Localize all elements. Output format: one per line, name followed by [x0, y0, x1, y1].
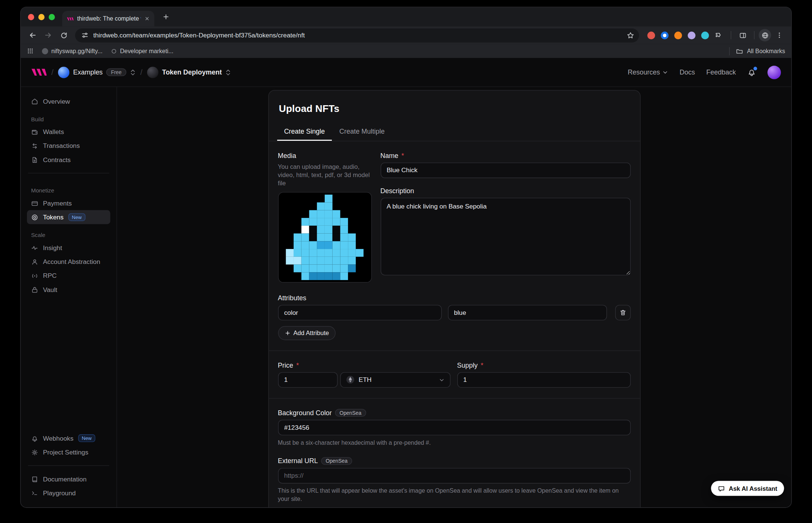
- plan-badge: Free: [106, 69, 126, 76]
- external-url-label: External URL OpenSea: [278, 457, 631, 465]
- sidebar-item-vault[interactable]: Vault: [27, 283, 110, 297]
- sidebar-item-contracts[interactable]: Contracts: [27, 153, 110, 167]
- sidebar-item-transactions[interactable]: Transactions: [27, 139, 110, 153]
- attribute-value-field[interactable]: [448, 305, 606, 320]
- add-attribute-label: Add Attribute: [293, 329, 329, 336]
- resources-menu[interactable]: Resources: [628, 69, 668, 76]
- media-help-text: You can upload image, audio, video, html…: [278, 162, 372, 188]
- new-tab-button[interactable]: [159, 10, 172, 24]
- side-panel-icon[interactable]: [735, 28, 750, 43]
- delete-attribute-button[interactable]: [615, 305, 630, 320]
- address-bar[interactable]: thirdweb.com/team/examples/Token-Deploym…: [75, 28, 639, 42]
- team-switcher[interactable]: Examples Free: [58, 67, 136, 78]
- project-switcher[interactable]: Token Deployment: [147, 67, 231, 78]
- new-badge: New: [78, 434, 96, 442]
- nav-right: Resources Docs Feedback: [628, 66, 781, 79]
- attributes-block: Attributes Add: [278, 294, 631, 340]
- price-field[interactable]: [278, 372, 337, 387]
- ask-ai-assistant-button[interactable]: Ask AI Assistant: [711, 481, 784, 496]
- back-button[interactable]: [25, 28, 40, 43]
- sidebar-item-wallets[interactable]: Wallets: [27, 125, 110, 139]
- menu-kebab-icon[interactable]: [772, 28, 787, 43]
- thirdweb-logo[interactable]: [31, 68, 46, 77]
- browser-tab[interactable]: thirdweb: The complete web...: [62, 11, 154, 26]
- tab-create-multiple[interactable]: Create Multiple: [332, 122, 392, 141]
- sidebar-item-label: Tokens: [43, 213, 64, 221]
- extension-icon-purple[interactable]: [688, 31, 696, 39]
- name-field[interactable]: [381, 162, 631, 178]
- notifications-button[interactable]: [747, 68, 756, 77]
- profile-avatar[interactable]: [759, 29, 771, 41]
- bookmarks-bar: niftyswap.gg/Nifty... Developer marketi.…: [21, 44, 791, 58]
- docs-link[interactable]: Docs: [679, 69, 695, 76]
- trash-icon: [619, 309, 626, 316]
- supply-group: Supply *: [457, 361, 630, 387]
- token-icon: [31, 213, 38, 221]
- bookmark-item[interactable]: Developer marketi...: [111, 48, 173, 54]
- sidebar-item-account-abstraction[interactable]: Account Abstraction: [27, 255, 110, 268]
- sidebar-item-overview[interactable]: Overview: [27, 94, 110, 108]
- all-bookmarks[interactable]: All Bookmarks: [727, 47, 785, 55]
- media-upload-preview[interactable]: [278, 192, 372, 282]
- attribute-row: [278, 305, 631, 320]
- bookmark-label: Developer marketi...: [120, 48, 173, 54]
- sidebar-item-documentation[interactable]: Documentation: [27, 472, 110, 486]
- currency-select[interactable]: ETH: [340, 372, 451, 387]
- desktop-background: thirdweb: The complete web... th: [0, 0, 812, 523]
- background-color-label: Background Color OpenSea: [278, 409, 631, 417]
- description-field[interactable]: A blue chick living on Base Sepolia: [381, 198, 631, 275]
- bookmarks-divider: [729, 47, 729, 55]
- close-window-button[interactable]: [28, 14, 34, 20]
- extensions-puzzle-icon[interactable]: [715, 31, 722, 39]
- opensea-badge: OpenSea: [321, 457, 352, 465]
- rpc-icon: [31, 272, 38, 279]
- sidebar: Overview Build Wallets Transactions Cont…: [21, 87, 117, 507]
- select-chevrons-icon[interactable]: [130, 69, 136, 76]
- sidebar-item-webhooks[interactable]: Webhooks New: [27, 431, 110, 445]
- attribute-trait-field[interactable]: [278, 305, 442, 320]
- bookmark-item[interactable]: niftyswap.gg/Nifty...: [42, 48, 103, 54]
- external-url-field[interactable]: [278, 468, 631, 483]
- sidebar-item-label: Account Abstraction: [43, 258, 100, 265]
- sidebar-item-tokens[interactable]: Tokens New: [27, 210, 110, 224]
- sidebar-item-rpc[interactable]: RPC: [27, 269, 110, 283]
- main-content: Upload NFTs Create Single Create Multipl…: [117, 87, 791, 507]
- extension-icon-teal[interactable]: [701, 31, 709, 39]
- minimize-window-button[interactable]: [38, 14, 45, 20]
- user-avatar[interactable]: [767, 66, 781, 79]
- zoom-window-button[interactable]: [49, 14, 55, 20]
- apps-grid-icon[interactable]: [27, 48, 34, 54]
- currency-value: ETH: [358, 376, 372, 383]
- sidebar-item-playground[interactable]: Playground: [27, 486, 110, 500]
- add-attribute-button[interactable]: Add Attribute: [278, 326, 336, 340]
- sidebar-item-payments[interactable]: Payments: [27, 196, 110, 210]
- resources-label: Resources: [628, 69, 660, 76]
- url-text: thirdweb.com/team/examples/Token-Deploym…: [93, 31, 619, 39]
- sidebar-item-insight[interactable]: Insight: [27, 241, 110, 255]
- breadcrumb-separator: /: [140, 68, 142, 77]
- supply-field[interactable]: [457, 372, 630, 387]
- chevron-down-icon: [438, 377, 445, 383]
- background-color-field[interactable]: [278, 420, 631, 435]
- sidebar-item-project-settings[interactable]: Project Settings: [27, 445, 110, 459]
- select-chevrons-icon[interactable]: [225, 69, 231, 76]
- team-avatar: [58, 67, 69, 78]
- sidebar-item-label: Contracts: [43, 156, 71, 163]
- bookmark-star-icon[interactable]: [624, 29, 636, 41]
- tab-close-icon[interactable]: [145, 16, 150, 21]
- metamask-icon[interactable]: [674, 31, 682, 39]
- extension-icon-red[interactable]: [647, 31, 655, 39]
- toolbar-divider: [731, 31, 731, 39]
- feedback-link[interactable]: Feedback: [706, 69, 736, 76]
- tab-strip: thirdweb: The complete web...: [21, 7, 791, 26]
- sidebar-item-label: Overview: [43, 98, 70, 105]
- tab-create-single[interactable]: Create Single: [277, 122, 332, 141]
- settings-gear-icon: [31, 448, 38, 456]
- attributes-label: Attributes: [278, 294, 631, 302]
- forward-button[interactable]: [41, 28, 55, 43]
- card-header: Upload NFTs: [269, 91, 640, 122]
- tab-title: thirdweb: The complete web...: [77, 15, 141, 22]
- sidebar-section-build: Build: [31, 116, 106, 122]
- extension-icon-blue[interactable]: [661, 31, 669, 39]
- reload-button[interactable]: [57, 28, 71, 43]
